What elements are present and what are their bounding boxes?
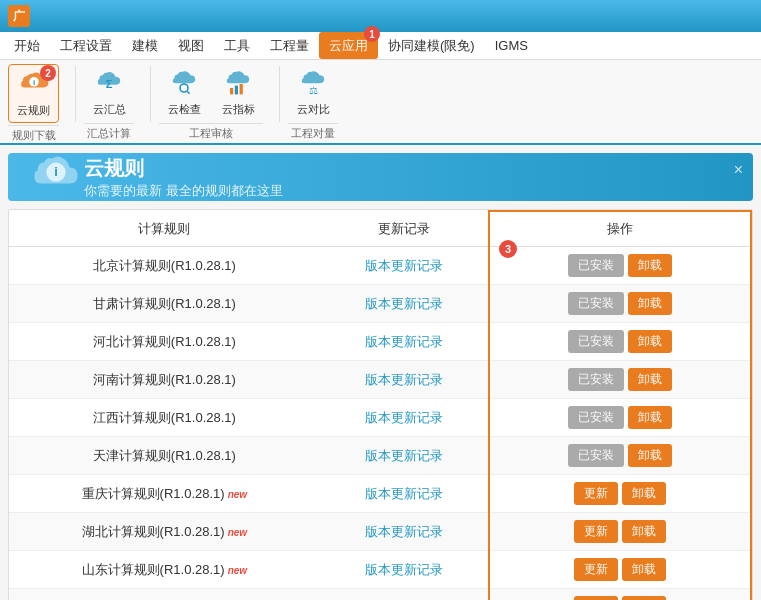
svg-line-4 <box>187 91 189 93</box>
menu-igms[interactable]: IGMS <box>485 32 538 59</box>
ribbon-group-label-rules: 规则下载 <box>8 125 59 143</box>
update-button[interactable]: 更新 <box>574 520 618 543</box>
version-link[interactable]: 版本更新记录 <box>365 524 443 539</box>
ribbon-sep-2 <box>150 66 151 122</box>
table-cell-ops: 已安装卸载 <box>489 323 751 361</box>
cloud-summary-label: 云汇总 <box>93 102 126 117</box>
uninstall-button[interactable]: 卸载 <box>622 558 666 581</box>
menu-start[interactable]: 开始 <box>4 32 50 59</box>
installed-button[interactable]: 已安装 <box>568 406 624 429</box>
ribbon-group-label-compare: 工程对量 <box>288 123 338 141</box>
version-link[interactable]: 版本更新记录 <box>365 410 443 425</box>
menu-quantities[interactable]: 工程量 <box>260 32 319 59</box>
installed-button[interactable]: 已安装 <box>568 444 624 467</box>
uninstall-button[interactable]: 卸载 <box>622 596 666 600</box>
banner-title: 云规则 <box>84 155 283 182</box>
ribbon-btn-cloud-check[interactable]: 云检查 <box>159 64 209 121</box>
svg-point-3 <box>180 84 188 92</box>
cloud-index-icon <box>222 68 254 100</box>
version-link[interactable]: 版本更新记录 <box>365 334 443 349</box>
menu-project-settings[interactable]: 工程设置 <box>50 32 122 59</box>
version-link[interactable]: 版本更新记录 <box>365 372 443 387</box>
table-cell-name: 湖北计算规则(R1.0.28.1)new <box>9 513 320 551</box>
title-bar: 广 <box>0 0 761 32</box>
ribbon-group-summary: Σ 云汇总 汇总计算 <box>84 64 134 141</box>
installed-button[interactable]: 已安装 <box>568 368 624 391</box>
installed-button[interactable]: 已安装 <box>568 292 624 315</box>
table-cell-name: 天津计算规则(R1.0.28.1) <box>9 437 320 475</box>
svg-text:i: i <box>54 164 58 179</box>
uninstall-button[interactable]: 卸载 <box>628 330 672 353</box>
table-cell-ops: 已安装卸载 <box>489 399 751 437</box>
update-button[interactable]: 更新 <box>574 596 618 600</box>
installed-button[interactable]: 已安装 <box>568 254 624 277</box>
ribbon-group-label-audit: 工程审核 <box>159 123 263 141</box>
update-button[interactable]: 更新 <box>574 482 618 505</box>
ribbon-btn-cloud-compare[interactable]: ⚖ 云对比 <box>288 64 338 121</box>
table-cell-name: 江西计算规则(R1.0.28.1) <box>9 399 320 437</box>
installed-button[interactable]: 已安装 <box>568 330 624 353</box>
cloud-summary-icon: Σ <box>93 68 125 100</box>
ribbon-group-label-summary: 汇总计算 <box>84 123 134 141</box>
update-button[interactable]: 更新 <box>574 558 618 581</box>
table-cell-link[interactable]: 版本更新记录 <box>320 323 489 361</box>
table-cell-name: 山东计算规则(R1.0.28.1)new <box>9 551 320 589</box>
uninstall-button[interactable]: 卸载 <box>622 520 666 543</box>
banner-close-button[interactable]: × <box>734 161 743 179</box>
uninstall-button[interactable]: 卸载 <box>628 444 672 467</box>
rules-table-container: 3 计算规则 更新记录 操作 北京计算规则(R1.0.28.1)版本更新记录已安… <box>8 209 753 600</box>
version-link[interactable]: 版本更新记录 <box>365 448 443 463</box>
table-cell-link[interactable]: 版本更新记录 <box>320 247 489 285</box>
table-cell-link[interactable]: 版本更新记录 <box>320 285 489 323</box>
table-cell-name: 深圳计算规则(R1.0.28.1)new <box>9 589 320 601</box>
table-badge-3: 3 <box>499 240 517 258</box>
ribbon-sep-1 <box>75 66 76 122</box>
uninstall-button[interactable]: 卸载 <box>628 406 672 429</box>
uninstall-button[interactable]: 卸载 <box>628 368 672 391</box>
table-cell-link[interactable]: 版本更新记录 <box>320 361 489 399</box>
version-link[interactable]: 版本更新记录 <box>365 562 443 577</box>
table-cell-ops: 更新卸载 <box>489 475 751 513</box>
version-link[interactable]: 版本更新记录 <box>365 258 443 273</box>
table-cell-link[interactable]: 版本更新记录 <box>320 551 489 589</box>
col-header-ops: 操作 <box>489 211 751 247</box>
svg-text:i: i <box>32 78 34 87</box>
version-link[interactable]: 版本更新记录 <box>365 296 443 311</box>
ribbon-group-audit: 云检查 云指标 工程审核 <box>159 64 263 141</box>
banner-subtitle: 你需要的最新 最全的规则都在这里 <box>84 182 283 200</box>
uninstall-button[interactable]: 卸载 <box>628 254 672 277</box>
uninstall-button[interactable]: 卸载 <box>628 292 672 315</box>
uninstall-button[interactable]: 卸载 <box>622 482 666 505</box>
svg-rect-6 <box>235 86 238 95</box>
ribbon-btn-cloud-rules[interactable]: i 云规则 2 <box>8 64 59 123</box>
menu-tools[interactable]: 工具 <box>214 32 260 59</box>
ribbon-btn-cloud-summary[interactable]: Σ 云汇总 <box>84 64 134 121</box>
svg-text:Σ: Σ <box>106 78 113 90</box>
ribbon-group-rules: i 云规则 2 规则下载 <box>8 64 59 143</box>
table-cell-name: 重庆计算规则(R1.0.28.1)new <box>9 475 320 513</box>
table-cell-ops: 已安装卸载 <box>489 247 751 285</box>
table-cell-ops: 已安装卸载 <box>489 361 751 399</box>
table-cell-link[interactable]: 版本更新记录 <box>320 513 489 551</box>
ribbon-btn-cloud-index[interactable]: 云指标 <box>213 64 263 121</box>
menu-bar: 开始 工程设置 建模 视图 工具 工程量 云应用 1 协同建模(限免) IGMS <box>0 32 761 60</box>
new-badge: new <box>228 565 247 576</box>
cloud-compare-icon: ⚖ <box>297 68 329 100</box>
menu-view[interactable]: 视图 <box>168 32 214 59</box>
table-cell-name: 甘肃计算规则(R1.0.28.1) <box>9 285 320 323</box>
table-cell-link[interactable]: 版本更新记录 <box>320 475 489 513</box>
menu-build[interactable]: 建模 <box>122 32 168 59</box>
svg-rect-7 <box>240 84 243 94</box>
table-cell-link[interactable]: 版本更新记录 <box>320 437 489 475</box>
banner: i 云规则 你需要的最新 最全的规则都在这里 × <box>8 153 753 201</box>
table-cell-link[interactable]: 版本更新记录 <box>320 589 489 601</box>
menu-collab[interactable]: 协同建模(限免) <box>378 32 485 59</box>
svg-rect-5 <box>230 88 233 94</box>
version-link[interactable]: 版本更新记录 <box>365 486 443 501</box>
ribbon-sep-3 <box>279 66 280 122</box>
table-cell-ops: 更新卸载 <box>489 551 751 589</box>
table-cell-ops: 更新卸载 <box>489 589 751 601</box>
menu-cloud-apps[interactable]: 云应用 1 <box>319 32 378 59</box>
table-cell-link[interactable]: 版本更新记录 <box>320 399 489 437</box>
menu-badge: 1 <box>364 26 380 42</box>
